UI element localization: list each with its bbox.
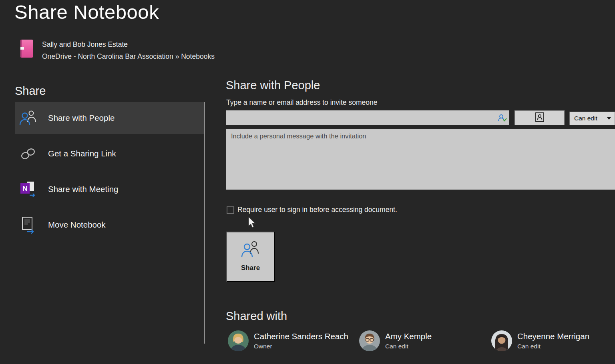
sidebar-item-move-notebook[interactable]: Move Notebook [15,209,204,241]
require-signin-checkbox[interactable] [227,206,234,214]
person-row: Cheyenne Merrigan Can edit [491,330,589,351]
link-icon [19,144,37,163]
sidebar-item-label: Share with Meeting [48,184,118,194]
share-button-label: Share [241,264,260,272]
avatar [491,330,512,351]
sidebar-item-label: Move Notebook [48,220,106,230]
person-row: Catherine Sanders Reach Owner [228,330,348,351]
sidebar-divider [204,102,205,344]
person-check-icon [498,114,507,122]
person-name: Catherine Sanders Reach [254,332,348,342]
person-role: Can edit [517,343,589,350]
notebook-path: OneDrive - North Carolina Bar Associatio… [42,52,215,61]
sidebar-item-label: Share with People [48,113,115,123]
sidebar: Share with People Get a Sharing Link N S… [15,102,204,244]
svg-text:N: N [22,185,27,192]
people-icon [19,109,37,127]
sidebar-item-get-sharing-link[interactable]: Get a Sharing Link [15,138,204,170]
invite-label: Type a name or email address to invite s… [226,98,377,107]
share-people-icon [240,240,261,260]
contact-card-icon [535,112,545,124]
move-notebook-icon [19,216,37,234]
page-title: Share Notebook [14,1,159,23]
avatar [359,330,380,351]
avatar [228,330,249,351]
sidebar-heading: Share [15,84,46,98]
person-name: Cheyenne Merrigan [517,332,589,342]
share-button[interactable]: Share [226,232,275,282]
mouse-cursor [248,217,257,230]
permission-dropdown[interactable]: Can edit [569,112,615,125]
section-heading: Share with People [226,79,320,92]
invite-input[interactable] [226,110,509,125]
person-row: Amy Kemple Can edit [359,330,432,351]
message-textarea[interactable] [226,129,615,190]
shared-with-heading: Shared with [226,310,287,323]
notebook-name: Sally and Bob Jones Estate [42,40,128,49]
person-role: Can edit [385,343,432,350]
chevron-down-icon [607,117,611,120]
person-role: Owner [254,343,348,350]
address-book-button[interactable] [515,110,565,125]
sidebar-item-share-with-people[interactable]: Share with People [15,102,204,134]
sidebar-item-label: Get a Sharing Link [48,149,116,158]
onenote-meeting-icon: N [19,180,37,198]
notebook-icon [20,40,33,58]
require-signin-label: Require user to sign in before accessing… [237,206,397,214]
sidebar-item-share-with-meeting[interactable]: N Share with Meeting [15,173,204,205]
permission-selected-value: Can edit [574,115,597,122]
person-name: Amy Kemple [385,332,432,342]
